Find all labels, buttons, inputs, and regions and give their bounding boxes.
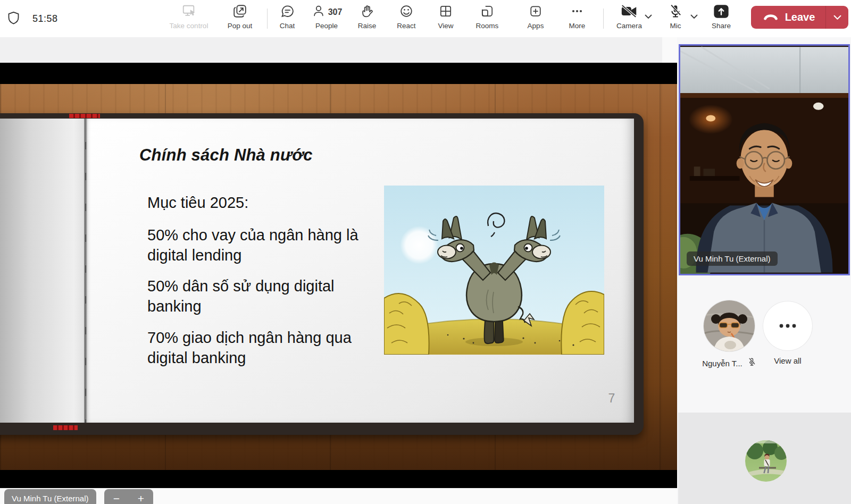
slide-bullet: 50% cho vay của ngân hàng là digital len…: [147, 225, 376, 265]
slide-page-number: 7: [601, 391, 622, 406]
zoom-in-button[interactable]: +: [133, 493, 149, 504]
rooms-button[interactable]: Rooms: [462, 4, 513, 30]
participant-avatar[interactable]: [745, 440, 787, 482]
participant-name: Nguyễn T...: [702, 359, 742, 368]
letterbox-top: [0, 63, 677, 84]
mic-off-icon: [668, 4, 683, 21]
meeting-timer: 51:58: [32, 13, 58, 24]
book-left-page: [0, 119, 84, 423]
slide-title: Chính sách Nhà nước: [139, 146, 313, 165]
meeting-sidebar: Vu Minh Tu (External): [677, 37, 851, 504]
donkey-cartoon-image: [384, 186, 604, 355]
speaker-video-frame: [680, 46, 848, 274]
take-control-icon: [181, 4, 197, 21]
participant-mic-off-icon: [747, 357, 756, 369]
teams-meeting-window: 51:58 Take control Pop out Chat: [0, 0, 851, 504]
view-all-label: View all: [774, 356, 801, 365]
more-dots-icon: [570, 4, 585, 21]
react-smiley-icon: [399, 4, 414, 21]
view-all-dots-icon: [779, 321, 797, 331]
leave-label: Leave: [785, 11, 815, 23]
more-button[interactable]: More: [552, 4, 603, 30]
participant-card[interactable]: Nguyễn T...: [695, 300, 764, 369]
raise-hand-icon: [360, 4, 374, 21]
rooms-icon: [480, 4, 495, 21]
slide-intro: Mục tiêu 2025:: [147, 194, 248, 212]
hang-up-icon: [762, 12, 780, 23]
shared-screen-stage[interactable]: Chính sách Nhà nước Mục tiêu 2025: 50% c…: [0, 37, 677, 504]
letterbox-bottom: [0, 470, 677, 488]
leave-options-chevron[interactable]: [826, 15, 848, 20]
people-count-badge: 307: [328, 7, 343, 17]
book-bookmark-bottom: [53, 425, 78, 430]
people-icon: [311, 4, 326, 21]
presenter-name-label: Vu Minh Tu (External): [4, 489, 96, 504]
book-bookmark-top: [69, 114, 100, 118]
leave-button[interactable]: Leave: [751, 6, 848, 29]
speaker-video-tile[interactable]: Vu Minh Tu (External): [679, 44, 850, 275]
participant-avatar[interactable]: [704, 300, 755, 351]
chat-icon: [280, 4, 295, 21]
take-control-button: Take control: [163, 4, 214, 30]
zoom-out-button[interactable]: −: [109, 493, 124, 504]
zoom-controls: − +: [104, 489, 153, 504]
view-all-button[interactable]: View all: [762, 301, 813, 365]
camera-off-icon: [620, 4, 638, 21]
share-button[interactable]: Share: [696, 4, 747, 30]
shield-icon: [6, 11, 21, 27]
apps-icon: [528, 4, 543, 21]
shared-window-chrome: [0, 37, 662, 63]
pop-out-icon: [232, 3, 248, 21]
share-icon: [713, 4, 730, 21]
view-grid-icon: [438, 4, 453, 21]
sidebar-bottom-panel: [678, 413, 851, 504]
speaker-name-label: Vu Minh Tu (External): [687, 251, 778, 266]
slide-bullet: 50% dân số sử dụng digital banking: [147, 276, 371, 316]
meeting-toolbar: 51:58 Take control Pop out Chat: [0, 0, 851, 37]
pop-out-button[interactable]: Pop out: [214, 4, 265, 30]
slide-bullet: 70% giao dịch ngân hàng qua digital bank…: [147, 327, 381, 368]
